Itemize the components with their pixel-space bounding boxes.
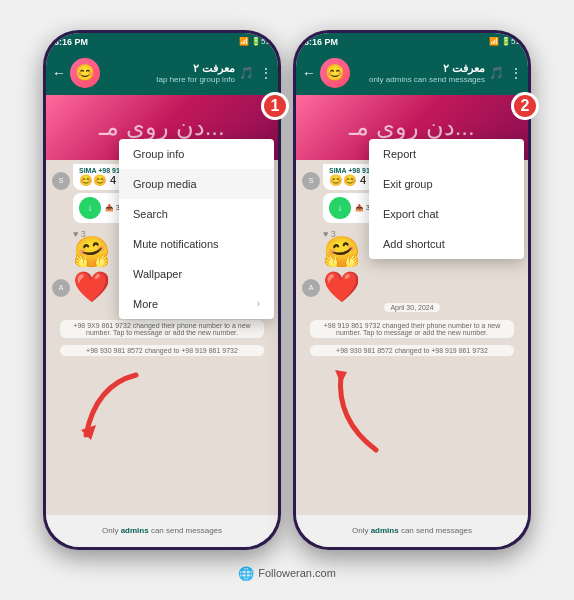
more-chevron: › xyxy=(257,298,260,309)
group-avatar-1: 😊 xyxy=(70,58,100,88)
red-arrow-1 xyxy=(66,365,156,455)
date-divider-2: April 30, 2024 xyxy=(384,303,439,312)
status-time-2: 6:16 PM xyxy=(304,37,338,47)
svg-marker-1 xyxy=(335,370,347,384)
more-icon-2[interactable]: ⋮ xyxy=(510,66,522,80)
dropdown-menu-2: Report Exit group Export chat Add shortc… xyxy=(369,139,524,259)
back-button-1[interactable]: ← xyxy=(52,65,66,81)
phone-1-screen: 6:16 PM 📶 🔋51 ← 😊 معرفت ۲ tap here for g… xyxy=(46,33,278,547)
dropdown-menu-1: Group info Group media Search Mute notif… xyxy=(119,139,274,319)
waveform-icon-2[interactable]: 🎵 xyxy=(489,66,504,80)
menu-item-group-info[interactable]: Group info xyxy=(119,139,274,169)
status-icons-2: 📶 🔋51 xyxy=(489,37,520,46)
menu-item-more[interactable]: More › xyxy=(119,289,274,319)
sima-avatar-2: S xyxy=(302,172,320,190)
watermark: 🌐 Followeran.com xyxy=(238,566,336,581)
admin-note-2: Only admins can send messages xyxy=(302,526,522,535)
menu-item-export-chat[interactable]: Export chat xyxy=(369,199,524,229)
menu-item-report[interactable]: Report xyxy=(369,139,524,169)
sticker-avatar-2: A xyxy=(302,279,320,297)
phone-2-screen: 6:16 PM 📶 🔋51 ← 😊 معرفت ۲ only admins ca… xyxy=(296,33,528,547)
watermark-text: Followeran.com xyxy=(258,567,336,579)
admin-link-2[interactable]: admins xyxy=(371,526,399,535)
status-time-1: 6:16 PM xyxy=(54,37,88,47)
group-info-1: معرفت ۲ tap here for group info xyxy=(104,62,235,84)
header-icons-1: 🎵 ⋮ xyxy=(239,66,272,80)
chat-area-2: دن روی مـ... 😊 S ~ SIMA +98 912 646 08 😊… xyxy=(296,95,528,515)
system-msg-2b: +98 930 981 8572 changed to +98 919 861 … xyxy=(310,345,514,356)
sima-avatar-1: S xyxy=(52,172,70,190)
chat-area-1: دن روی مـ... 😊 S ~ SIMA +98 912 646 0 😊😊… xyxy=(46,95,278,515)
phones-container: 6:16 PM 📶 🔋51 ← 😊 معرفت ۲ tap here for g… xyxy=(33,20,541,560)
status-bar-1: 6:16 PM 📶 🔋51 xyxy=(46,33,278,51)
header-icons-2: 🎵 ⋮ xyxy=(489,66,522,80)
file-avatar-1 xyxy=(52,221,70,239)
chat-bottom-2: Only admins can send messages xyxy=(296,515,528,547)
admin-note-1: Only admins can send messages xyxy=(52,526,272,535)
menu-item-wallpaper[interactable]: Wallpaper xyxy=(119,259,274,289)
menu-item-group-media[interactable]: Group media xyxy=(119,169,274,199)
admin-link-1[interactable]: admins xyxy=(121,526,149,535)
date-divider-row-2: April 30, 2024 xyxy=(302,300,522,315)
sticker-avatar-1: A xyxy=(52,279,70,297)
back-button-2[interactable]: ← xyxy=(302,65,316,81)
waveform-icon-1[interactable]: 🎵 xyxy=(239,66,254,80)
menu-item-search[interactable]: Search xyxy=(119,199,274,229)
wa-header-1[interactable]: ← 😊 معرفت ۲ tap here for group info 🎵 ⋮ xyxy=(46,51,278,95)
group-avatar-2: 😊 xyxy=(320,58,350,88)
download-icon-2: ↓ xyxy=(329,197,351,219)
svg-marker-0 xyxy=(81,425,96,440)
badge-1: 1 xyxy=(261,92,289,120)
menu-item-exit-group[interactable]: Exit group xyxy=(369,169,524,199)
group-subtitle-1: tap here for group info xyxy=(104,75,235,84)
wa-header-2[interactable]: ← 😊 معرفت ۲ only admins can send message… xyxy=(296,51,528,95)
chat-bottom-1: Only admins can send messages xyxy=(46,515,278,547)
download-icon-1: ↓ xyxy=(79,197,101,219)
system-msg-1a: +98 9X9 861 9732 changed their phone num… xyxy=(60,320,264,338)
system-msg-1b: +98 930 981 8572 changed to +98 919 861 … xyxy=(60,345,264,356)
status-icons-1: 📶 🔋51 xyxy=(239,37,270,46)
phone-1: 6:16 PM 📶 🔋51 ← 😊 معرفت ۲ tap here for g… xyxy=(43,30,281,550)
red-arrow-2 xyxy=(311,360,401,460)
status-bar-2: 6:16 PM 📶 🔋51 xyxy=(296,33,528,51)
group-name-1: معرفت ۲ xyxy=(104,62,235,75)
group-subtitle-2: only admins can send messages xyxy=(354,75,485,84)
menu-item-mute[interactable]: Mute notifications xyxy=(119,229,274,259)
phone-2: 6:16 PM 📶 🔋51 ← 😊 معرفت ۲ only admins ca… xyxy=(293,30,531,550)
group-name-2: معرفت ۲ xyxy=(354,62,485,75)
globe-icon: 🌐 xyxy=(238,566,254,581)
file-avatar-2 xyxy=(302,221,320,239)
badge-2: 2 xyxy=(511,92,539,120)
menu-item-add-shortcut[interactable]: Add shortcut xyxy=(369,229,524,259)
more-icon-1[interactable]: ⋮ xyxy=(260,66,272,80)
group-info-2: معرفت ۲ only admins can send messages xyxy=(354,62,485,84)
system-msg-2a: +98 919 861 9732 changed their phone num… xyxy=(310,320,514,338)
